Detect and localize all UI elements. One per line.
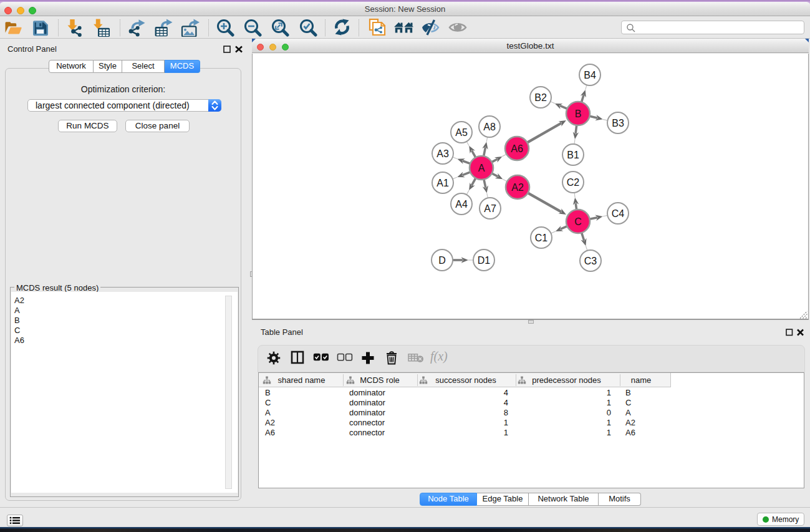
svg-text:D: D: [438, 255, 446, 266]
svg-text:A3: A3: [436, 148, 449, 159]
svg-text:C: C: [574, 216, 582, 227]
svg-text:B2: B2: [534, 92, 547, 103]
svg-text:B3: B3: [612, 118, 624, 128]
svg-text:B1: B1: [567, 150, 579, 160]
svg-text:C2: C2: [567, 177, 580, 188]
svg-text:B4: B4: [584, 70, 596, 80]
svg-text:A6: A6: [511, 143, 523, 154]
svg-text:C1: C1: [535, 233, 548, 243]
svg-text:A1: A1: [436, 178, 449, 188]
svg-text:A5: A5: [455, 127, 468, 138]
svg-text:C4: C4: [612, 208, 625, 219]
svg-text:A: A: [478, 163, 485, 173]
svg-text:A8: A8: [483, 122, 496, 132]
svg-text:C3: C3: [584, 256, 597, 266]
svg-text:A7: A7: [484, 203, 496, 214]
svg-text:A4: A4: [455, 199, 468, 210]
svg-text:D1: D1: [478, 255, 491, 266]
svg-text:A2: A2: [511, 182, 524, 193]
svg-text:B: B: [575, 109, 582, 119]
